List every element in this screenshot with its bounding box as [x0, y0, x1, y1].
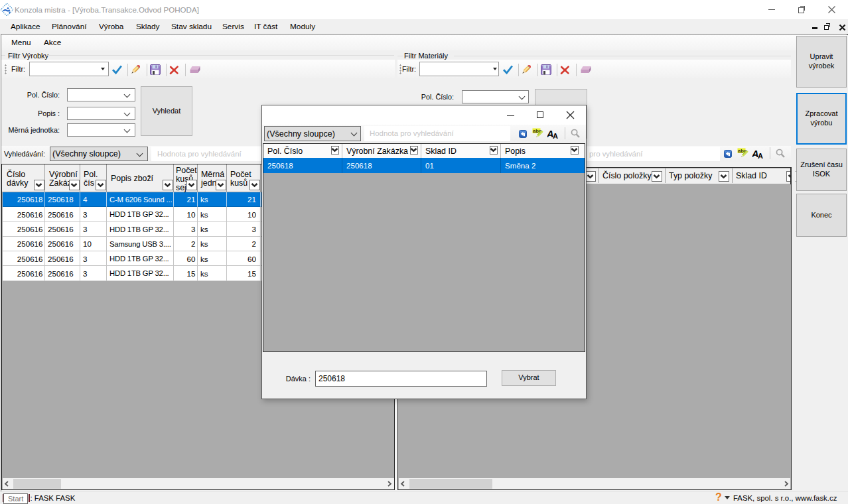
- svg-text:A: A: [553, 132, 558, 139]
- svg-text:A: A: [758, 152, 763, 158]
